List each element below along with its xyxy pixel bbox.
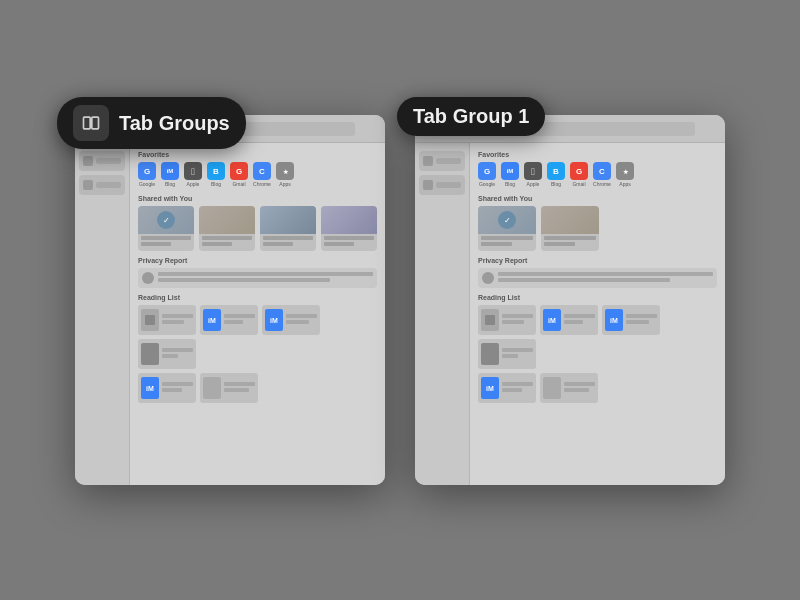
- reading-card-4[interactable]: [138, 339, 196, 369]
- right-reading-card-5[interactable]: iM: [478, 373, 536, 403]
- right-fav-b[interactable]: B Blog: [547, 162, 565, 187]
- shared-items: ✓: [138, 206, 377, 251]
- right-extra-label: Apps: [619, 181, 630, 187]
- right-sidebar-reading-list[interactable]: [419, 175, 465, 195]
- shared-card-3[interactable]: [260, 206, 316, 251]
- right-privacy-line-2: [498, 278, 670, 282]
- extra-label: Apps: [279, 181, 290, 187]
- rrl3-line-2: [626, 320, 649, 324]
- left-sidebar: [75, 143, 130, 485]
- right-reading-card-3[interactable]: iM: [602, 305, 660, 335]
- b-icon: B: [207, 162, 225, 180]
- shared-heading: Shared with You: [138, 195, 377, 202]
- right-chrome-label: Chrome: [593, 181, 611, 187]
- reading-text-6: [224, 382, 255, 394]
- right-reading-items: iM iM: [478, 305, 717, 369]
- apple-label: Apple: [187, 181, 200, 187]
- right-thumb-icon-1: [485, 315, 495, 325]
- right-pill-label: Tab Group 1: [413, 105, 529, 128]
- right-shared-card-1[interactable]: ✓: [478, 206, 536, 251]
- reading-card-6[interactable]: [200, 373, 258, 403]
- reading-card-5[interactable]: iM: [138, 373, 196, 403]
- right-reading-list-label: [436, 182, 461, 188]
- right-gmail-icon: G: [570, 162, 588, 180]
- right-reading-text-1: [502, 314, 533, 326]
- sidebar-reading-list[interactable]: [79, 175, 125, 195]
- fav-extra[interactable]: ★ Apps: [276, 162, 294, 187]
- card-title-4: [324, 236, 374, 240]
- right-fav-gmail[interactable]: G Gmail: [570, 162, 588, 187]
- reading-text-5: [162, 382, 193, 394]
- right-reading-card-2[interactable]: iM: [540, 305, 598, 335]
- right-fav-imessage[interactable]: iM Blog: [501, 162, 519, 187]
- right-reading-thumb-1: [481, 309, 499, 331]
- extra-icon: ★: [276, 162, 294, 180]
- right-card-1-info: [478, 234, 536, 250]
- sidebar-bookmarks[interactable]: [79, 151, 125, 171]
- card-sub-4: [324, 242, 354, 246]
- right-reading-text-6: [564, 382, 595, 394]
- fav-apple[interactable]:  Apple: [184, 162, 202, 187]
- shared-card-4[interactable]: [321, 206, 377, 251]
- rl5-line-1: [162, 382, 193, 386]
- right-reading-list-icon: [423, 180, 433, 190]
- rrl6-line-1: [564, 382, 595, 386]
- gmail-icon: G: [230, 162, 248, 180]
- reading-items-row2: iM: [138, 373, 377, 403]
- privacy-heading: Privacy Report: [138, 257, 377, 264]
- privacy-shield-icon: [142, 272, 154, 284]
- rl2-line-2: [224, 320, 243, 324]
- right-browser-window: Tab Group 1: [415, 115, 725, 485]
- rl6-line-1: [224, 382, 255, 386]
- rl-line-2: [162, 320, 184, 324]
- rl3-line-2: [286, 320, 309, 324]
- fav-imessage[interactable]: iM Blog: [161, 162, 179, 187]
- right-privacy-section: Privacy Report: [478, 257, 717, 288]
- rl3-line-1: [286, 314, 317, 318]
- right-sidebar-bookmarks[interactable]: [419, 151, 465, 171]
- tab-group-icon: [73, 105, 109, 141]
- right-fav-google[interactable]: G Google: [478, 162, 496, 187]
- right-reading-card-1[interactable]: [478, 305, 536, 335]
- shared-section: Shared with You ✓: [138, 195, 377, 251]
- favorites-row: G Google iM Blog  Apple B: [138, 162, 377, 187]
- privacy-line-1: [158, 272, 373, 276]
- card-sub-2: [202, 242, 232, 246]
- chrome-icon: C: [253, 162, 271, 180]
- right-card-title-1: [481, 236, 533, 240]
- reading-thumb-1: [141, 309, 159, 331]
- reading-list-label: [96, 182, 121, 188]
- fav-b[interactable]: B Blog: [207, 162, 225, 187]
- shared-card-2[interactable]: [199, 206, 255, 251]
- right-reading-card-6[interactable]: [540, 373, 598, 403]
- card-sub-1: [141, 242, 171, 246]
- right-main-content: Favorites G Google iM Blog  Apple: [470, 143, 725, 485]
- shared-card-1[interactable]: ✓: [138, 206, 194, 251]
- right-card-title-2: [544, 236, 596, 240]
- reading-card-1[interactable]: [138, 305, 196, 335]
- right-shared-items: ✓: [478, 206, 717, 251]
- google-icon: G: [138, 162, 156, 180]
- card-title-1: [141, 236, 191, 240]
- right-tab-group-pill[interactable]: Tab Group 1: [397, 97, 545, 136]
- reading-card-2[interactable]: iM: [200, 305, 258, 335]
- left-tab-group-pill[interactable]: Tab Groups: [57, 97, 246, 149]
- left-browser-content: Favorites G Google iM Blog  Apple: [75, 115, 385, 485]
- right-sidebar: [415, 143, 470, 485]
- fav-google[interactable]: G Google: [138, 162, 156, 187]
- right-reading-card-4[interactable]: [478, 339, 536, 369]
- privacy-line-2: [158, 278, 330, 282]
- right-fav-chrome[interactable]: C Chrome: [593, 162, 611, 187]
- fav-chrome[interactable]: C Chrome: [253, 162, 271, 187]
- privacy-text-content: [158, 272, 373, 284]
- right-fav-extra[interactable]: ★ Apps: [616, 162, 634, 187]
- right-shared-card-2[interactable]: [541, 206, 599, 251]
- fav-gmail[interactable]: G Gmail: [230, 162, 248, 187]
- right-browser-content: Favorites G Google iM Blog  Apple: [415, 115, 725, 485]
- right-fav-apple[interactable]:  Apple: [524, 162, 542, 187]
- google-label: Google: [139, 181, 155, 187]
- shared-card-1-info: [138, 234, 194, 250]
- reading-card-3[interactable]: iM: [262, 305, 320, 335]
- rrl4-line-2: [502, 354, 518, 358]
- scene: Tab Groups: [0, 0, 800, 600]
